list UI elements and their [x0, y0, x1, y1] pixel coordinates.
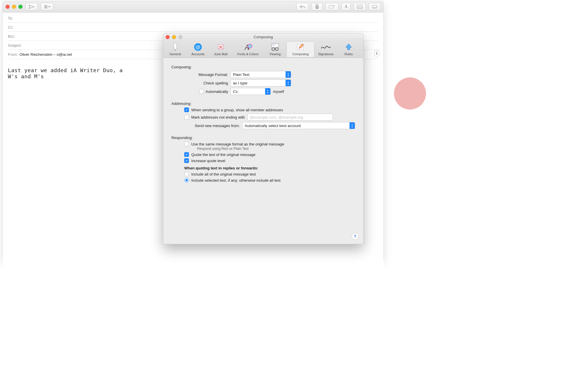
increase-quote-checkbox[interactable]	[184, 158, 189, 163]
svg-rect-3	[329, 5, 333, 8]
photo-browser-button[interactable]	[354, 3, 366, 11]
tab-fonts-label: Fonts & Colors	[234, 52, 261, 56]
same-format-row: Use the same message format as the origi…	[184, 142, 355, 146]
same-format-checkbox[interactable]	[184, 142, 189, 146]
rules-icon	[340, 42, 358, 52]
mark-addresses-checkbox[interactable]	[184, 115, 189, 119]
message-format-select[interactable]: Plain Text	[230, 71, 291, 78]
tab-junk-label: Junk Mail	[212, 52, 230, 56]
send-from-value: Automatically select best account	[242, 124, 350, 128]
when-quoting-heading: When quoting text in replies or forwards…	[184, 166, 355, 170]
addressing-section-title: Addressing:	[171, 101, 355, 106]
select-chevrons-icon	[265, 88, 270, 95]
bcc-label: Bcc:	[8, 34, 15, 39]
mark-addresses-row: Mark addresses not ending with @example.…	[184, 114, 355, 121]
composing-section-title: Composing:	[171, 65, 355, 69]
include-selected-label: Include selected text, if any; otherwise…	[191, 178, 281, 183]
help-button[interactable]: ?	[352, 233, 359, 240]
send-from-select[interactable]: Automatically select best account	[242, 122, 355, 129]
svg-text:@: @	[195, 44, 200, 50]
from-value: Oliver Reichenstein – o@ia.net	[20, 52, 72, 57]
svg-rect-8	[175, 50, 176, 51]
format-button[interactable]: A	[341, 3, 351, 11]
tab-accounts[interactable]: @ Accounts	[187, 41, 209, 58]
check-spelling-select[interactable]: as I type	[230, 79, 291, 86]
to-input[interactable]	[15, 16, 378, 21]
tab-accounts-label: Accounts	[189, 52, 207, 56]
select-chevrons-icon	[286, 71, 291, 78]
tab-fonts[interactable]: A Fonts & Colors	[232, 41, 264, 58]
svg-rect-7	[174, 43, 177, 49]
prefs-zoom-button	[178, 35, 182, 39]
emoji-button[interactable]	[369, 3, 380, 11]
composing-icon	[289, 42, 312, 52]
attach-button[interactable]	[312, 3, 323, 11]
cc-input[interactable]	[15, 25, 378, 30]
preferences-toolbar: General @ Accounts Junk Mail A Fonts & C…	[163, 40, 363, 58]
include-selected-radio[interactable]	[184, 178, 189, 183]
message-format-label: Message Format:	[184, 72, 228, 77]
tab-composing-label: Composing	[289, 52, 312, 56]
signatures-icon	[317, 42, 335, 52]
tab-signatures[interactable]: Signatures	[314, 41, 337, 58]
to-label: To:	[8, 16, 13, 20]
tab-general[interactable]: General	[164, 41, 187, 58]
minimize-window-button[interactable]	[12, 5, 16, 9]
include-all-label: Include all of the original message text	[191, 172, 256, 176]
quote-original-checkbox[interactable]	[184, 152, 189, 157]
group-addresses-checkbox[interactable]	[184, 107, 189, 112]
send-button[interactable]	[25, 3, 38, 11]
automatically-checkbox[interactable]	[199, 89, 204, 94]
reply-button[interactable]	[296, 3, 309, 11]
group-addresses-row: When sending to a group, show all member…	[184, 107, 355, 112]
automatically-cc-value: Cc:	[231, 89, 265, 94]
group-addresses-label: When sending to a group, show all member…	[191, 108, 283, 112]
tab-junk[interactable]: Junk Mail	[209, 41, 232, 58]
prefs-minimize-button[interactable]	[172, 35, 176, 39]
svg-point-17	[272, 48, 275, 51]
mark-addresses-label: Mark addresses not ending with	[191, 115, 245, 119]
markup-button[interactable]	[326, 3, 338, 11]
message-format-row: Message Format: Plain Text	[184, 71, 355, 78]
check-spelling-label: Check spelling	[184, 81, 228, 85]
header-fields-button[interactable]	[41, 3, 53, 11]
mark-addresses-input[interactable]: @example.com, @example.org	[247, 114, 333, 121]
header-cc-row[interactable]: Cc:	[8, 23, 378, 32]
viewing-icon	[266, 42, 284, 52]
select-chevrons-icon	[350, 122, 355, 129]
svg-rect-4	[357, 5, 362, 8]
cc-label: Cc:	[8, 25, 14, 30]
send-from-row: Send new messages from: Automatically se…	[171, 122, 355, 129]
general-icon	[166, 42, 184, 52]
svg-rect-5	[372, 5, 377, 8]
quote-original-label: Quote the text of the original message	[191, 152, 255, 157]
tab-viewing-label: Viewing	[266, 52, 284, 56]
include-selected-row: Include selected text, if any; otherwise…	[184, 178, 355, 183]
select-chevrons-icon	[286, 80, 291, 86]
automatically-suffix: myself	[273, 89, 284, 94]
header-to-row[interactable]: To:	[8, 14, 378, 23]
automatically-cc-select[interactable]: Cc:	[230, 88, 271, 95]
prefs-window-controls	[166, 35, 182, 39]
prefs-close-button[interactable]	[166, 35, 170, 39]
junk-icon	[212, 42, 230, 52]
window-controls	[6, 5, 22, 9]
zoom-window-button[interactable]	[18, 5, 22, 9]
from-account-chevron[interactable]: ▲▼	[374, 50, 379, 56]
automatically-cc-row: Automatically Cc: myself	[184, 88, 355, 95]
close-window-button[interactable]	[6, 5, 10, 9]
svg-point-18	[275, 48, 278, 51]
tab-viewing[interactable]: Viewing	[264, 41, 286, 58]
same-format-label: Use the same message format as the origi…	[191, 142, 284, 146]
tab-composing[interactable]: Composing	[286, 41, 314, 58]
preferences-titlebar: Composing	[163, 34, 363, 40]
quote-original-row: Quote the text of the original message	[184, 152, 355, 157]
send-from-label: Send new messages from:	[171, 124, 240, 128]
tab-signatures-label: Signatures	[317, 52, 335, 56]
message-format-value: Plain Text	[231, 72, 286, 77]
tab-rules[interactable]: Rules	[337, 41, 360, 58]
include-all-radio[interactable]	[184, 172, 189, 176]
accounts-icon: @	[189, 42, 207, 52]
automatically-label: Automatically	[206, 89, 228, 94]
fonts-icon: A	[234, 42, 261, 52]
